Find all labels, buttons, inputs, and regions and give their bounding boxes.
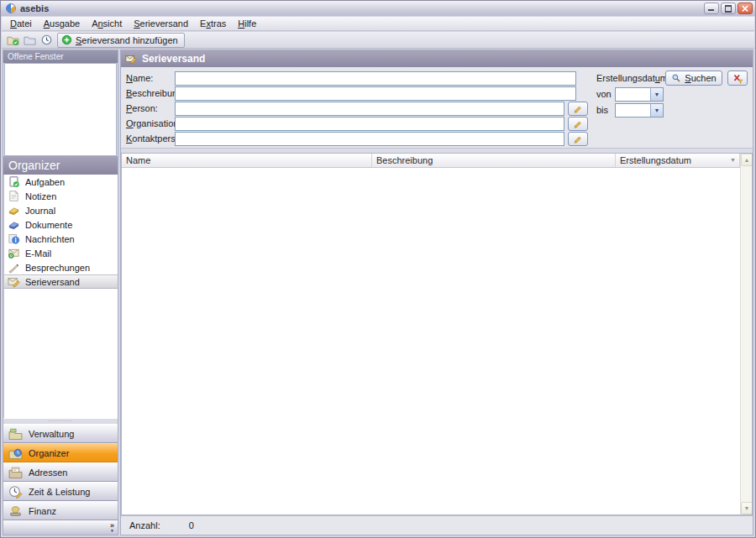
- sidebar-item-notizen[interactable]: Notizen: [4, 189, 118, 203]
- toolbar: Serieversand hinzufügen: [2, 32, 754, 49]
- organizer-section-header: Organizer: [3, 156, 118, 175]
- kontaktperson-label: Kontaktperson:: [126, 132, 175, 145]
- table-header-row: Name Beschreibung Erstellungsdatum ▼: [122, 154, 740, 168]
- folder-icon[interactable]: [22, 34, 37, 47]
- clear-filter-icon: [732, 73, 743, 84]
- dropdown-arrow-icon[interactable]: ▼: [650, 104, 663, 117]
- beschreibung-label: Beschreibung:: [126, 86, 175, 100]
- window-restore-button[interactable]: [721, 3, 736, 14]
- column-header-erstellungsdatum[interactable]: Erstellungsdatum ▼: [616, 154, 740, 167]
- nav-adressen[interactable]: Adressen: [3, 462, 118, 482]
- organisation-picker-button[interactable]: [568, 117, 588, 131]
- pencil-icon: [573, 119, 583, 129]
- add-serieversand-label: Serieversand hinzufügen: [76, 35, 178, 45]
- menu-ausgabe[interactable]: Ausgabe: [38, 17, 86, 30]
- pencil-icon: [573, 134, 583, 144]
- sidebar-item-nachrichten[interactable]: Nachrichten: [4, 232, 118, 246]
- window-close-button[interactable]: [738, 3, 753, 14]
- email-icon: [8, 247, 20, 259]
- sidebar-item-journal[interactable]: Journal: [4, 203, 118, 217]
- mailing-icon: [8, 275, 20, 288]
- dropdown-arrow-icon[interactable]: ▼: [650, 88, 663, 101]
- add-serieversand-button[interactable]: Serieversand hinzufügen: [57, 33, 185, 48]
- minimize-icon: [708, 9, 714, 11]
- person-picker-button[interactable]: [568, 102, 588, 116]
- nav-label: Finanz: [29, 506, 56, 516]
- sidebar-item-label: Journal: [25, 206, 55, 216]
- restore-icon: [725, 6, 732, 12]
- menu-datei[interactable]: Datei: [4, 17, 38, 30]
- sort-desc-icon: ▼: [730, 154, 736, 167]
- serieversand-header-icon: [125, 53, 137, 65]
- menu-hilfe[interactable]: Hilfe: [232, 17, 262, 30]
- bis-date-combobox[interactable]: ▼: [615, 103, 664, 118]
- window-title: asebis: [20, 3, 702, 13]
- history-icon[interactable]: [39, 34, 54, 47]
- sidebar-item-label: Nachrichten: [25, 234, 75, 244]
- kontaktperson-input[interactable]: [175, 132, 564, 146]
- sidebar-item-label: Notizen: [25, 191, 56, 201]
- organisation-input[interactable]: [175, 117, 564, 131]
- messages-icon: [8, 232, 20, 245]
- app-logo-icon[interactable]: [5, 3, 17, 14]
- open-folder-check-icon[interactable]: [5, 34, 20, 47]
- main-header: Serieversand: [121, 50, 753, 67]
- suchen-button[interactable]: Suchen: [665, 71, 722, 86]
- caret-down-icon: ▼: [110, 528, 114, 533]
- client-area: Offene Fenster Organizer Aufgaben Notize…: [3, 50, 753, 535]
- journal-icon: [8, 204, 20, 217]
- person-label: Person:: [126, 102, 175, 115]
- sidebar-item-besprechungen[interactable]: Besprechungen: [4, 260, 118, 274]
- titlebar: asebis: [1, 1, 755, 16]
- sidebar-splitter-grip[interactable]: ·········: [3, 418, 118, 424]
- scroll-up-button[interactable]: ▲: [741, 154, 753, 166]
- close-icon: [738, 3, 752, 13]
- sidebar-item-aufgaben[interactable]: Aufgaben: [4, 175, 118, 189]
- time-icon: [8, 484, 23, 499]
- nav-verwaltung[interactable]: Verwaltung: [3, 424, 118, 443]
- column-header-name[interactable]: Name: [122, 154, 372, 167]
- kontaktperson-picker-button[interactable]: [568, 132, 588, 146]
- sidebar-item-label: Serieversand: [25, 277, 80, 287]
- beschreibung-input[interactable]: [175, 86, 576, 101]
- documents-icon: [8, 218, 20, 231]
- main-panel: Serieversand Name: Beschreibung: Person:…: [120, 50, 753, 535]
- sidebar-item-email[interactable]: E-Mail: [4, 246, 118, 260]
- scroll-down-button[interactable]: ▼: [741, 502, 753, 514]
- clear-filter-button[interactable]: [727, 71, 748, 86]
- name-input[interactable]: [175, 71, 576, 86]
- menu-serieversand[interactable]: Serieversand: [128, 17, 194, 30]
- open-windows-list[interactable]: [4, 63, 117, 156]
- vertical-scrollbar[interactable]: ▲ ▼: [740, 154, 752, 514]
- nav-label: Adressen: [29, 467, 67, 478]
- nav-finanz[interactable]: Finanz: [3, 501, 118, 520]
- sidebar-item-dokumente[interactable]: Dokumente: [4, 217, 118, 232]
- sidebar: Offene Fenster Organizer Aufgaben Notize…: [3, 50, 118, 535]
- von-date-combobox[interactable]: ▼: [615, 87, 664, 102]
- add-icon: [61, 34, 72, 45]
- menu-ansicht[interactable]: Ansicht: [86, 17, 128, 30]
- von-date-value: [616, 88, 650, 101]
- nav-zeit-leistung[interactable]: Zeit & Leistung: [3, 482, 118, 501]
- meetings-icon: [8, 261, 20, 274]
- organizer-icon: [8, 446, 23, 460]
- nav-label: Organizer: [29, 448, 69, 458]
- anzahl-value: 0: [189, 520, 194, 530]
- nav-label: Zeit & Leistung: [29, 487, 90, 497]
- results-table: Name Beschreibung Erstellungsdatum ▼ ▲ ▼: [121, 153, 753, 515]
- addresses-icon: [8, 465, 23, 479]
- window-minimize-button[interactable]: [704, 3, 719, 14]
- suchen-label: Suchen: [685, 73, 716, 83]
- menu-extras[interactable]: Extras: [194, 17, 232, 30]
- organisation-label: Organisation:: [126, 117, 175, 130]
- column-header-beschreibung[interactable]: Beschreibung: [372, 154, 616, 167]
- bis-label: bis: [596, 105, 608, 115]
- menubar: Datei Ausgabe Ansicht Serieversand Extra…: [2, 17, 754, 31]
- sidebar-item-label: E-Mail: [25, 248, 51, 259]
- table-body[interactable]: [122, 168, 740, 514]
- app-window: asebis Datei Ausgabe Ansicht Serieversan…: [0, 0, 756, 538]
- configure-buttons-chevron[interactable]: » ▼: [110, 523, 114, 533]
- sidebar-item-serieversand[interactable]: Serieversand: [4, 274, 118, 289]
- person-input[interactable]: [175, 102, 564, 116]
- nav-organizer[interactable]: Organizer: [3, 443, 118, 462]
